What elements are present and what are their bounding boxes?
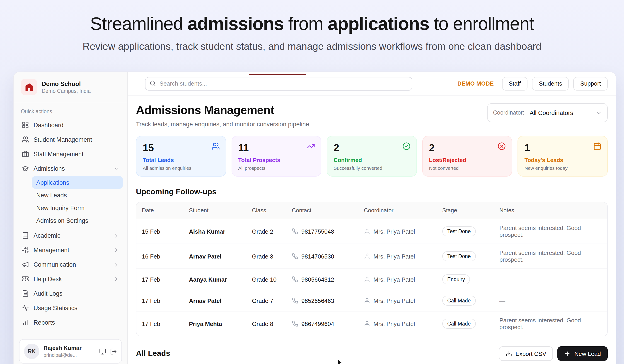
sidebar-item-academic[interactable]: Academic xyxy=(18,228,123,243)
school-name: Demo School xyxy=(42,80,91,87)
hero-title: Streamlined admissions from applications… xyxy=(0,14,624,34)
hero: Streamlined admissions from applications… xyxy=(0,0,624,52)
table-row[interactable]: 16 Feb Arnav Patel Grade 3 9814706530 Mr… xyxy=(136,244,607,269)
table-row[interactable]: 17 Feb Priya Mehta Grade 8 9867499604 Mr… xyxy=(136,311,607,336)
all-leads-heading: All Leads xyxy=(136,349,170,358)
sliders-icon xyxy=(22,246,29,254)
phone-icon xyxy=(292,320,298,327)
plus-icon xyxy=(564,350,571,357)
sidebar-item-management[interactable]: Management xyxy=(18,243,123,257)
stage-badge: Test Done xyxy=(442,226,476,236)
search-icon xyxy=(150,80,156,86)
download-icon xyxy=(505,350,512,357)
cell-notes: Parent seems interested. Good prospect. xyxy=(494,244,607,269)
cell-coordinator: Mrs. Priya Patel xyxy=(359,290,437,311)
person-icon xyxy=(364,228,370,235)
new-lead-button[interactable]: New Lead xyxy=(558,346,608,361)
bar-chart-icon xyxy=(22,319,29,326)
table-row[interactable]: 17 Feb Aanya Kumar Grade 10 9805664312 M… xyxy=(136,269,607,290)
sidebar-item-help-desk[interactable]: Help Desk xyxy=(18,272,123,286)
admissions-submenu: Applications New Leads New Inquiry Form … xyxy=(32,176,123,227)
col-student: Student xyxy=(183,202,247,219)
monitor-icon[interactable] xyxy=(99,348,106,355)
cell-contact: 9805664312 xyxy=(286,269,359,290)
user-card[interactable]: RK Rajesh Kumar principal@de... xyxy=(19,339,122,364)
stat-cards: 15 Total Leads All admission enquiries 1… xyxy=(136,136,608,177)
page: Streamlined admissions from applications… xyxy=(0,0,624,364)
user-name: Rajesh Kumar xyxy=(44,345,95,351)
chevron-right-icon xyxy=(113,247,119,253)
cell-date: 17 Feb xyxy=(136,269,183,290)
file-text-icon xyxy=(22,290,29,297)
dashboard-grid-icon xyxy=(22,121,29,129)
stage-badge: Enquiry xyxy=(442,274,470,284)
sidebar-item-staff-management[interactable]: Staff Management xyxy=(18,147,123,161)
followups-heading: Upcoming Follow-ups xyxy=(136,187,608,196)
cell-contact: 9852656463 xyxy=(286,290,359,311)
cell-class: Grade 2 xyxy=(247,219,286,244)
cell-date: 15 Feb xyxy=(136,219,183,244)
sidebar: Demo School Demo Campus, India Quick act… xyxy=(14,72,128,364)
sidebar-item-usage-statistics[interactable]: Usage Statistics xyxy=(18,301,123,315)
stat-card-total-leads: 15 Total Leads All admission enquiries xyxy=(136,136,226,177)
student-search xyxy=(145,77,412,90)
staff-button[interactable]: Staff xyxy=(502,77,527,90)
support-button[interactable]: Support xyxy=(573,77,608,90)
sidebar-item-audit-logs[interactable]: Audit Logs xyxy=(18,286,123,301)
cell-coordinator: Mrs. Priya Patel xyxy=(359,311,437,336)
stat-value: 1 xyxy=(524,142,601,154)
sidebar-item-dashboard[interactable]: Dashboard xyxy=(18,118,123,132)
person-icon xyxy=(364,297,370,304)
phone-icon xyxy=(292,276,298,283)
sidebar-item-applications[interactable]: Applications xyxy=(32,176,123,189)
cell-contact: 9867499604 xyxy=(286,311,359,336)
trending-up-icon xyxy=(307,142,315,150)
cell-coordinator: Mrs. Priya Patel xyxy=(359,244,437,269)
chevron-down-icon xyxy=(113,166,119,171)
col-stage: Stage xyxy=(437,202,494,219)
demo-mode-badge: DEMO MODE xyxy=(457,80,494,87)
followups-table: Date Student Class Contact Coordinator S… xyxy=(136,202,608,336)
students-button[interactable]: Students xyxy=(532,77,569,90)
sidebar-item-communication[interactable]: Communication xyxy=(18,257,123,272)
logout-icon[interactable] xyxy=(110,348,117,355)
page-subtitle: Track leads, manage enquiries, and monit… xyxy=(136,121,309,128)
export-csv-button[interactable]: Export CSV xyxy=(499,346,553,361)
cell-student: Aanya Kumar xyxy=(183,269,247,290)
briefcase-icon xyxy=(22,150,29,158)
content: Admissions Management Track leads, manag… xyxy=(128,96,616,364)
sidebar-item-new-leads[interactable]: New Leads xyxy=(32,189,123,201)
chevron-right-icon xyxy=(113,276,119,282)
coordinator-select[interactable]: Coordinator: All Coordinators xyxy=(487,103,608,122)
cell-class: Grade 7 xyxy=(247,290,286,311)
stat-value: 2 xyxy=(429,142,505,154)
stat-card-confirmed: 2 Confirmed Successfully converted xyxy=(327,136,417,177)
stage-badge: Call Made xyxy=(442,296,476,306)
cell-stage: Test Done xyxy=(437,219,494,244)
chevron-right-icon xyxy=(113,233,119,238)
megaphone-icon xyxy=(22,261,29,268)
table-row[interactable]: 17 Feb Arnav Patel Grade 7 9852656463 Mr… xyxy=(136,290,607,311)
stat-card-todays-leads: 1 Today's Leads New enquiries today xyxy=(518,136,608,177)
student-search-input[interactable] xyxy=(145,77,412,90)
cell-class: Grade 8 xyxy=(247,311,286,336)
sidebar-item-reports[interactable]: Reports xyxy=(18,315,123,330)
sidebar-item-admission-settings[interactable]: Admission Settings xyxy=(32,214,123,227)
stat-description: Not converted xyxy=(429,165,505,171)
col-coordinator: Coordinator xyxy=(359,202,437,219)
cell-class: Grade 10 xyxy=(247,269,286,290)
chevron-down-icon xyxy=(596,110,602,116)
cell-contact: 9817755048 xyxy=(286,219,359,244)
sidebar-item-new-inquiry-form[interactable]: New Inquiry Form xyxy=(32,201,123,214)
table-row[interactable]: 15 Feb Aisha Kumar Grade 2 9817755048 Mr… xyxy=(136,219,607,244)
stat-value: 2 xyxy=(334,142,410,154)
sidebar-item-student-management[interactable]: Student Management xyxy=(18,132,123,147)
coordinator-value: All Coordinators xyxy=(530,109,573,116)
chevron-right-icon xyxy=(113,262,119,267)
cell-notes: — xyxy=(494,269,607,290)
cell-student: Arnav Patel xyxy=(183,290,247,311)
check-circle-icon xyxy=(402,142,411,150)
cell-date: 17 Feb xyxy=(136,290,183,311)
cell-student: Priya Mehta xyxy=(183,311,247,336)
sidebar-item-admissions[interactable]: Admissions xyxy=(18,161,123,176)
